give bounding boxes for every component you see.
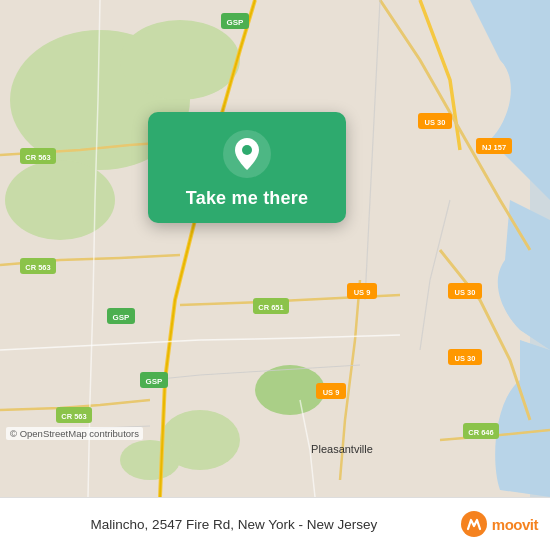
osm-copyright: © OpenStreetMap contributors xyxy=(6,427,143,440)
take-me-there-card[interactable]: Take me there xyxy=(148,112,346,223)
map-background: GSP GSP GSP CR 563 CR 563 CR 563 US 30 U… xyxy=(0,0,550,497)
bottom-bar: Malincho, 2547 Fire Rd, New York - New J… xyxy=(0,497,550,550)
svg-text:CR 563: CR 563 xyxy=(25,263,50,272)
svg-text:GSP: GSP xyxy=(146,377,164,386)
svg-text:GSP: GSP xyxy=(227,18,245,27)
svg-text:US 30: US 30 xyxy=(455,354,476,363)
location-pin-icon xyxy=(223,130,271,178)
take-me-there-label: Take me there xyxy=(186,188,308,209)
svg-text:US 30: US 30 xyxy=(425,118,446,127)
svg-text:Pleasantville: Pleasantville xyxy=(311,443,373,455)
svg-text:US 9: US 9 xyxy=(323,388,340,397)
svg-text:GSP: GSP xyxy=(113,313,131,322)
svg-text:NJ 157: NJ 157 xyxy=(482,143,506,152)
svg-rect-7 xyxy=(530,0,550,497)
moovit-icon xyxy=(460,510,488,538)
map-container: GSP GSP GSP CR 563 CR 563 CR 563 US 30 U… xyxy=(0,0,550,497)
svg-point-6 xyxy=(120,440,180,480)
address-text: Malincho, 2547 Fire Rd, New York - New J… xyxy=(8,517,460,532)
moovit-text: moovit xyxy=(492,516,538,533)
svg-point-2 xyxy=(5,160,115,240)
svg-text:CR 646: CR 646 xyxy=(468,428,493,437)
svg-point-38 xyxy=(242,145,252,155)
moovit-logo: moovit xyxy=(460,510,538,538)
svg-text:CR 563: CR 563 xyxy=(25,153,50,162)
svg-point-3 xyxy=(120,20,240,100)
svg-text:CR 563: CR 563 xyxy=(61,412,86,421)
svg-text:US 9: US 9 xyxy=(354,288,371,297)
svg-text:CR 651: CR 651 xyxy=(258,303,283,312)
svg-text:US 30: US 30 xyxy=(455,288,476,297)
svg-point-4 xyxy=(255,365,325,415)
